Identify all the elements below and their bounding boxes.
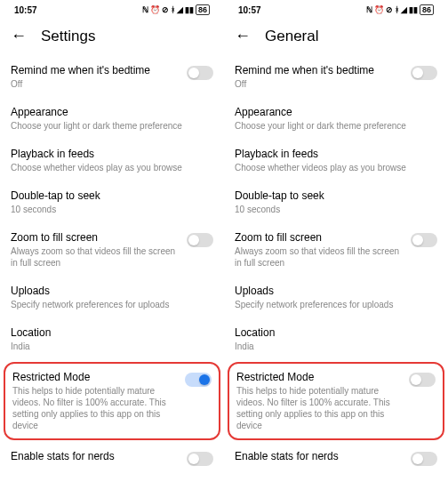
zoom-sub: Always zoom so that videos fill the scre… xyxy=(11,245,180,269)
doubletap-sub: 10 seconds xyxy=(11,204,213,215)
setting-stats[interactable]: Enable stats for nerds xyxy=(11,442,213,474)
back-arrow-icon[interactable]: ← xyxy=(235,27,251,45)
setting-doubletap[interactable]: Double-tap to seek 10 seconds xyxy=(11,181,213,223)
dnd-icon: ⊘ xyxy=(386,5,393,14)
stats-title: Enable stats for nerds xyxy=(235,450,404,462)
playback-title: Playback in feeds xyxy=(11,148,213,160)
setting-uploads[interactable]: Uploads Specify network preferences for … xyxy=(235,277,437,318)
signal-icon: ▮▮ xyxy=(185,5,194,14)
bluetooth-icon: ᚼ xyxy=(171,5,175,14)
bedtime-toggle[interactable] xyxy=(187,66,213,80)
setting-uploads[interactable]: Uploads Specify network preferences for … xyxy=(11,277,213,318)
playback-sub: Choose whether videos play as you browse xyxy=(11,162,213,173)
restricted-sub: This helps to hide potentially mature vi… xyxy=(236,385,402,431)
bedtime-title: Remind me when it's bedtime xyxy=(11,64,180,76)
restricted-title: Restricted Mode xyxy=(236,371,402,383)
restricted-toggle[interactable] xyxy=(409,373,436,387)
appearance-title: Appearance xyxy=(235,106,437,118)
dnd-icon: ⊘ xyxy=(162,5,169,14)
page-title: Settings xyxy=(41,28,95,45)
restricted-toggle[interactable] xyxy=(185,373,212,387)
clock: 10:57 xyxy=(238,5,261,15)
zoom-toggle[interactable] xyxy=(411,233,437,247)
zoom-title: Zoom to fill screen xyxy=(11,231,180,244)
battery-icon: 86 xyxy=(420,4,434,15)
bedtime-sub: Off xyxy=(11,78,180,90)
setting-appearance[interactable]: Appearance Choose your light or dark the… xyxy=(235,98,437,140)
doubletap-title: Double-tap to seek xyxy=(235,189,437,202)
location-title: Location xyxy=(235,326,437,339)
uploads-sub: Specify network preferences for uploads xyxy=(235,299,437,310)
zoom-title: Zoom to fill screen xyxy=(235,231,404,244)
appearance-sub: Choose your light or dark theme preferen… xyxy=(235,120,437,132)
alarm-icon: ⏰ xyxy=(150,5,160,14)
status-icons: ℕ ⏰ ⊘ ᚼ ◢ ▮▮ 86 xyxy=(366,4,434,15)
setting-playback[interactable]: Playback in feeds Choose whether videos … xyxy=(235,140,437,181)
signal-icon: ▮▮ xyxy=(409,5,418,14)
stats-title: Enable stats for nerds xyxy=(11,450,180,462)
status-bar: 10:57 ℕ ⏰ ⊘ ᚼ ◢ ▮▮ 86 xyxy=(11,0,213,20)
page-title: General xyxy=(265,28,318,45)
uploads-title: Uploads xyxy=(11,285,213,297)
status-bar: 10:57 ℕ ⏰ ⊘ ᚼ ◢ ▮▮ 86 xyxy=(235,0,437,20)
bedtime-title: Remind me when it's bedtime xyxy=(235,64,404,76)
setting-zoom[interactable]: Zoom to fill screen Always zoom so that … xyxy=(235,223,437,277)
setting-restricted[interactable]: Restricted Mode This helps to hide poten… xyxy=(236,369,436,433)
back-arrow-icon[interactable]: ← xyxy=(11,27,27,45)
nfc-icon: ℕ xyxy=(366,5,372,14)
restricted-title: Restricted Mode xyxy=(12,371,178,383)
restricted-highlight: Restricted Mode This helps to hide poten… xyxy=(228,362,444,440)
settings-panel-left: 10:57 ℕ ⏰ ⊘ ᚼ ◢ ▮▮ 86 ← Settings Remind … xyxy=(0,0,224,498)
playback-sub: Choose whether videos play as you browse xyxy=(235,162,437,173)
clock: 10:57 xyxy=(14,5,37,15)
wifi-icon: ◢ xyxy=(177,5,183,14)
stats-toggle[interactable] xyxy=(187,452,213,466)
uploads-sub: Specify network preferences for uploads xyxy=(11,299,213,310)
setting-playback[interactable]: Playback in feeds Choose whether videos … xyxy=(11,140,213,181)
setting-zoom[interactable]: Zoom to fill screen Always zoom so that … xyxy=(11,223,213,277)
uploads-title: Uploads xyxy=(235,285,437,297)
alarm-icon: ⏰ xyxy=(374,5,384,14)
setting-doubletap[interactable]: Double-tap to seek 10 seconds xyxy=(235,181,437,223)
zoom-toggle[interactable] xyxy=(187,233,213,247)
stats-toggle[interactable] xyxy=(411,452,437,466)
bluetooth-icon: ᚼ xyxy=(395,5,399,14)
playback-title: Playback in feeds xyxy=(235,148,437,160)
header: ← Settings xyxy=(11,20,213,56)
appearance-sub: Choose your light or dark theme preferen… xyxy=(11,120,213,132)
bedtime-toggle[interactable] xyxy=(411,66,437,80)
location-sub: India xyxy=(235,341,437,352)
setting-location[interactable]: Location India xyxy=(11,318,213,360)
bedtime-sub: Off xyxy=(235,78,404,90)
settings-panel-right: 10:57 ℕ ⏰ ⊘ ᚼ ◢ ▮▮ 86 ← General Remind m… xyxy=(224,0,448,498)
doubletap-sub: 10 seconds xyxy=(235,204,437,215)
setting-bedtime[interactable]: Remind me when it's bedtime Off xyxy=(11,56,213,98)
setting-restricted[interactable]: Restricted Mode This helps to hide poten… xyxy=(12,369,212,433)
battery-icon: 86 xyxy=(196,4,210,15)
setting-location[interactable]: Location India xyxy=(235,318,437,360)
location-sub: India xyxy=(11,341,213,352)
location-title: Location xyxy=(11,326,213,339)
setting-appearance[interactable]: Appearance Choose your light or dark the… xyxy=(11,98,213,140)
zoom-sub: Always zoom so that videos fill the scre… xyxy=(235,245,404,269)
restricted-sub: This helps to hide potentially mature vi… xyxy=(12,385,178,431)
appearance-title: Appearance xyxy=(11,106,213,118)
setting-bedtime[interactable]: Remind me when it's bedtime Off xyxy=(235,56,437,98)
setting-stats[interactable]: Enable stats for nerds xyxy=(235,442,437,474)
status-icons: ℕ ⏰ ⊘ ᚼ ◢ ▮▮ 86 xyxy=(142,4,210,15)
doubletap-title: Double-tap to seek xyxy=(11,189,213,202)
restricted-highlight: Restricted Mode This helps to hide poten… xyxy=(4,362,220,440)
header: ← General xyxy=(235,20,437,56)
nfc-icon: ℕ xyxy=(142,5,148,14)
wifi-icon: ◢ xyxy=(401,5,407,14)
